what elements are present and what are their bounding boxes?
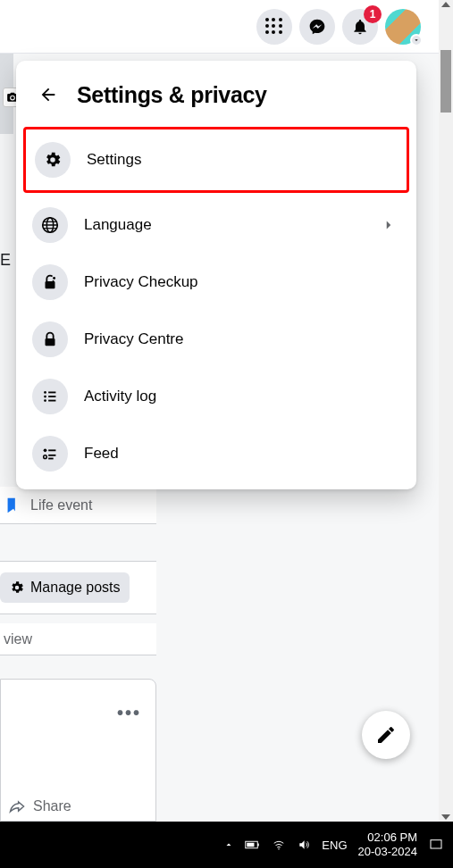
svg-rect-8 bbox=[46, 338, 55, 346]
svg-point-11 bbox=[44, 399, 46, 402]
messenger-button[interactable] bbox=[299, 9, 335, 45]
browser-scrollbar[interactable] bbox=[439, 0, 453, 822]
profile-avatar-button[interactable] bbox=[385, 9, 421, 45]
highlight-box: Settings bbox=[23, 127, 409, 193]
wifi-icon[interactable] bbox=[272, 839, 286, 851]
lockdot-icon bbox=[32, 264, 68, 300]
menu-item-feed[interactable]: Feed bbox=[25, 425, 407, 482]
compose-fab[interactable] bbox=[362, 711, 410, 759]
menu-item-label: Settings bbox=[87, 151, 398, 169]
tray-overflow-icon[interactable] bbox=[223, 839, 234, 850]
svg-point-7 bbox=[53, 277, 55, 280]
top-navbar: 1 bbox=[0, 0, 439, 54]
share-label: Share bbox=[33, 798, 71, 814]
svg-rect-22 bbox=[247, 843, 255, 847]
svg-rect-5 bbox=[46, 281, 55, 288]
volume-icon[interactable] bbox=[297, 839, 311, 851]
svg-rect-13 bbox=[48, 396, 55, 397]
notifications-button[interactable]: 1 bbox=[342, 9, 378, 45]
menu-item-activity-log[interactable]: Activity log bbox=[25, 368, 407, 425]
page-content: E 1 Life event bbox=[0, 0, 439, 822]
menu-item-settings[interactable]: Settings bbox=[28, 131, 405, 188]
manage-posts-button[interactable]: Manage posts bbox=[0, 572, 130, 603]
messenger-icon bbox=[308, 18, 326, 36]
lock-icon bbox=[32, 321, 68, 357]
menu-item-language[interactable]: Language bbox=[25, 196, 407, 254]
system-tray: ENG 02:06 PM 20-03-2024 bbox=[223, 830, 444, 860]
post-card: ••• Share bbox=[0, 679, 156, 822]
view-label: view bbox=[4, 631, 32, 647]
clock-date: 20-03-2024 bbox=[358, 845, 418, 859]
manage-posts-area: Manage posts bbox=[0, 561, 156, 614]
globe-icon bbox=[32, 207, 68, 243]
scroll-down-icon bbox=[441, 814, 450, 820]
menu-items-list: SettingsLanguagePrivacy CheckupPrivacy C… bbox=[25, 127, 407, 482]
settings-privacy-panel: Settings & privacy SettingsLanguagePriva… bbox=[16, 61, 416, 489]
post-options-button[interactable]: ••• bbox=[117, 703, 141, 723]
svg-point-17 bbox=[44, 455, 47, 459]
svg-point-15 bbox=[44, 449, 47, 453]
svg-rect-16 bbox=[48, 449, 55, 451]
life-event-button[interactable]: Life event bbox=[0, 487, 156, 524]
clock[interactable]: 02:06 PM 20-03-2024 bbox=[358, 830, 418, 860]
chevron-right-icon bbox=[381, 217, 400, 233]
clock-time: 02:06 PM bbox=[358, 830, 418, 845]
menu-item-label: Feed bbox=[84, 445, 400, 463]
manage-posts-label: Manage posts bbox=[30, 580, 121, 596]
menu-grid-button[interactable] bbox=[256, 9, 292, 45]
svg-rect-18 bbox=[48, 455, 55, 456]
svg-point-9 bbox=[44, 391, 46, 394]
panel-header: Settings & privacy bbox=[25, 71, 407, 127]
notifications-center-icon[interactable] bbox=[428, 838, 444, 852]
scroll-up-icon bbox=[441, 2, 450, 7]
menu-item-label: Privacy Centre bbox=[84, 330, 400, 348]
share-button[interactable]: Share bbox=[8, 797, 71, 815]
svg-rect-19 bbox=[48, 458, 54, 460]
menu-item-label: Language bbox=[84, 216, 365, 234]
menu-item-privacy-centre[interactable]: Privacy Centre bbox=[25, 311, 407, 368]
svg-rect-14 bbox=[48, 400, 55, 402]
viewport: E 1 Life event bbox=[0, 0, 453, 868]
feed-icon bbox=[32, 436, 68, 472]
arrow-left-icon bbox=[38, 85, 58, 104]
share-icon bbox=[8, 797, 26, 815]
flag-icon bbox=[4, 496, 23, 515]
view-row[interactable]: view bbox=[0, 623, 156, 655]
gear-icon bbox=[9, 580, 25, 596]
panel-title: Settings & privacy bbox=[77, 82, 267, 108]
svg-rect-24 bbox=[431, 840, 441, 848]
svg-point-10 bbox=[44, 396, 46, 398]
edit-icon bbox=[375, 724, 397, 746]
menu-item-privacy-checkup[interactable]: Privacy Checkup bbox=[25, 254, 407, 311]
gear-icon bbox=[35, 142, 71, 178]
back-button[interactable] bbox=[32, 79, 64, 111]
truncated-text: E bbox=[0, 251, 11, 270]
chevron-down-icon bbox=[410, 34, 423, 46]
language-indicator[interactable]: ENG bbox=[322, 839, 347, 852]
menu-item-label: Privacy Checkup bbox=[84, 273, 400, 291]
menu-item-label: Activity log bbox=[84, 388, 400, 405]
svg-point-23 bbox=[279, 848, 281, 850]
battery-icon[interactable] bbox=[245, 839, 261, 851]
grid-icon bbox=[265, 18, 283, 36]
notification-badge: 1 bbox=[364, 5, 382, 23]
life-event-label: Life event bbox=[30, 497, 92, 513]
list-icon bbox=[32, 379, 68, 414]
svg-rect-12 bbox=[48, 392, 55, 394]
scroll-thumb[interactable] bbox=[440, 50, 451, 113]
svg-rect-21 bbox=[258, 844, 260, 847]
windows-taskbar: ENG 02:06 PM 20-03-2024 bbox=[0, 822, 453, 868]
